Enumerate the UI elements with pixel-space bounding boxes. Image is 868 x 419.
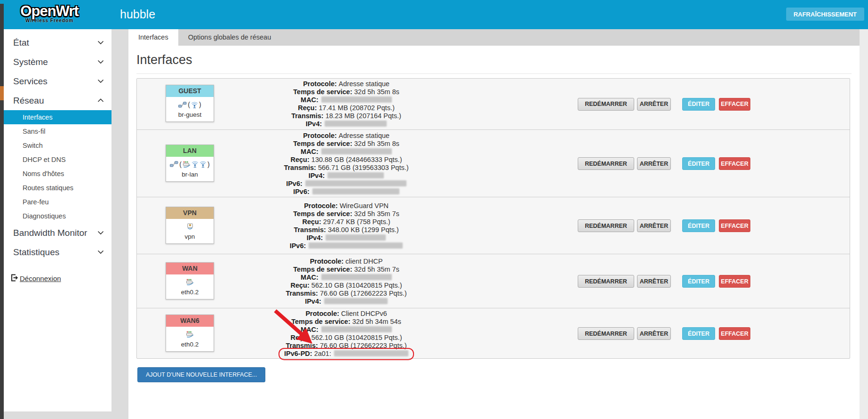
restart-button[interactable]: REDÉMARRER [578, 157, 634, 170]
logout-link[interactable]: Déconnexion [10, 274, 61, 283]
sidebar-item-diagnostiques[interactable]: Diagnostiques [4, 209, 111, 223]
sidebar-item-pare-feu[interactable]: Pare-feu [4, 195, 111, 209]
tile-body: ()br-guest [166, 97, 214, 121]
field-label: Transmis: [286, 342, 318, 349]
field-value: 76.60 GB (172662223 Pqts.) [320, 290, 407, 297]
sidebar-item-label: Réseau [13, 96, 44, 106]
field-label: Temps de service: [291, 318, 350, 325]
tab-interfaces[interactable]: Interfaces [128, 29, 178, 46]
delete-button[interactable]: EFFACER [719, 275, 750, 288]
wifi-icon [191, 161, 199, 168]
field-label: IPv4: [307, 234, 323, 242]
info-line: MAC: [217, 96, 476, 104]
tile-icons [167, 277, 213, 287]
refresh-button[interactable]: RAFRAÎCHISSEMENT [786, 8, 864, 21]
sidebar-item-dhcp-dns[interactable]: DHCP et DNS [4, 153, 111, 167]
field-label: IPv4: [309, 172, 325, 179]
info-line: Reçu:297.47 KB (758 Pqts.) [217, 218, 476, 226]
sidebar-item-bandwidth-monitor[interactable]: Bandwidth Monitor [4, 223, 111, 242]
scroll-indicator-tick [0, 86, 4, 100]
restart-button[interactable]: REDÉMARRER [578, 219, 634, 232]
field-value: Client DHCPv6 [341, 310, 387, 317]
edit-button[interactable]: ÉDITER [682, 275, 715, 288]
sidebar-subitem-label: DHCP et DNS [23, 156, 66, 163]
stop-button[interactable]: ARRÊTER [637, 157, 671, 170]
tile-header: WAN6 [166, 315, 214, 327]
field-label: IPv6: [286, 180, 303, 187]
edit-button[interactable]: ÉDITER [682, 219, 715, 232]
field-value: Adresse statique [339, 80, 390, 88]
field-label: Transmis: [284, 164, 316, 171]
restart-button[interactable]: REDÉMARRER [578, 327, 634, 340]
interface-info: Protocole:Adresse statiqueTemps de servi… [217, 80, 476, 128]
interface-tile: WAN6eth0.2 [166, 314, 214, 352]
sidebar-subitem-label: Noms d'hôtes [23, 170, 64, 177]
interface-actions: REDÉMARRERARRÊTERÉDITEREFFACER [578, 327, 750, 340]
interface-actions: REDÉMARRERARRÊTERÉDITEREFFACER [578, 275, 750, 288]
sidebar-item-routes-statiques[interactable]: Routes statiques [4, 181, 111, 195]
field-label: Protocole: [310, 258, 344, 265]
sidebar-subitem-label: Interfaces [23, 113, 53, 121]
interface-row-wan6: WAN6eth0.2Protocole:Client DHCPv6Temps d… [137, 308, 850, 358]
sidebar-item-services[interactable]: Services [4, 72, 111, 91]
delete-button[interactable]: EFFACER [719, 98, 750, 111]
sidebar-item-systeme[interactable]: Système [4, 52, 111, 72]
chevron-down-icon [97, 40, 104, 45]
field-value: 32d 5h 35m 8s [354, 140, 399, 147]
stop-button[interactable]: ARRÊTER [637, 98, 671, 111]
sidebar-item-noms-hotes[interactable]: Noms d'hôtes [4, 167, 111, 181]
edit-button[interactable]: ÉDITER [682, 327, 715, 340]
field-value: 348.00 KB (1299 Pqts.) [328, 226, 399, 234]
tile-icons: () [167, 99, 213, 110]
field-label: MAC: [301, 148, 319, 155]
field-label: IPv6: [293, 188, 310, 195]
restart-button[interactable]: REDÉMARRER [578, 275, 634, 288]
info-line: Protocole:client DHCP [217, 258, 476, 266]
sidebar-item-interfaces[interactable]: Interfaces [4, 110, 111, 124]
delete-button[interactable]: EFFACER [719, 327, 750, 340]
sidebar-item-etat[interactable]: État [4, 33, 111, 52]
tab-options-globales[interactable]: Options globales de réseau [178, 29, 281, 46]
sidebar-item-switch[interactable]: Switch [4, 138, 111, 153]
info-line: MAC: [217, 326, 476, 334]
field-label: Reçu: [291, 282, 310, 289]
chevron-up-icon [97, 98, 104, 103]
add-interface-button[interactable]: AJOUT D'UNE NOUVELLE INTERFACE... [137, 367, 265, 382]
ethernet-icon [186, 331, 194, 338]
info-line: Protocole:Adresse statique [217, 80, 476, 88]
chevron-down-icon [97, 231, 104, 235]
edit-button[interactable]: ÉDITER [682, 98, 715, 111]
redacted-value [305, 180, 406, 186]
info-line: Transmis:566.71 GB (319563303 Pqts.) [217, 164, 476, 172]
sidebar: ÉtatSystèmeServicesRéseauInterfacesSans-… [4, 29, 111, 411]
bridge-icon [178, 102, 187, 108]
sidebar-nav: ÉtatSystèmeServicesRéseauInterfacesSans-… [4, 29, 111, 262]
stop-button[interactable]: ARRÊTER [637, 219, 671, 232]
edit-button[interactable]: ÉDITER [682, 157, 715, 170]
sidebar-subitem-label: Pare-feu [23, 198, 49, 206]
sidebar-item-reseau[interactable]: Réseau [4, 91, 111, 110]
sidebar-item-sans-fil[interactable]: Sans-fil [4, 124, 111, 138]
tile-icons: () [167, 159, 213, 169]
interface-info: Protocole:WireGuard VPNTemps de service:… [217, 202, 476, 250]
interface-tile: VPNvpn [166, 207, 214, 244]
interface-tile: WANeth0.2 [166, 262, 214, 299]
chevron-down-icon [97, 250, 104, 254]
sidebar-subitem-label: Switch [23, 142, 43, 149]
info-line: Transmis:348.00 KB (1299 Pqts.) [217, 226, 476, 234]
sidebar-item-label: Bandwidth Monitor [13, 228, 87, 238]
field-value: 32d 5h 35m 7s [354, 266, 399, 273]
field-value: 18.23 MB (207164 Pqts.) [326, 112, 401, 120]
sidebar-item-statistiques[interactable]: Statistiques [4, 242, 111, 262]
interface-info: Protocole:Client DHCPv6Temps de service:… [217, 310, 476, 358]
sidebar-subitem-label: Diagnostiques [23, 212, 66, 220]
info-line: IPv4: [217, 172, 476, 180]
field-value: 17.41 MB (208702 Pqts.) [319, 104, 395, 112]
delete-button[interactable]: EFFACER [719, 219, 750, 232]
tile-header: WAN [166, 263, 214, 274]
stop-button[interactable]: ARRÊTER [637, 327, 671, 340]
wifi-icon [191, 101, 198, 108]
stop-button[interactable]: ARRÊTER [637, 275, 671, 288]
restart-button[interactable]: REDÉMARRER [578, 98, 634, 111]
delete-button[interactable]: EFFACER [719, 157, 750, 170]
